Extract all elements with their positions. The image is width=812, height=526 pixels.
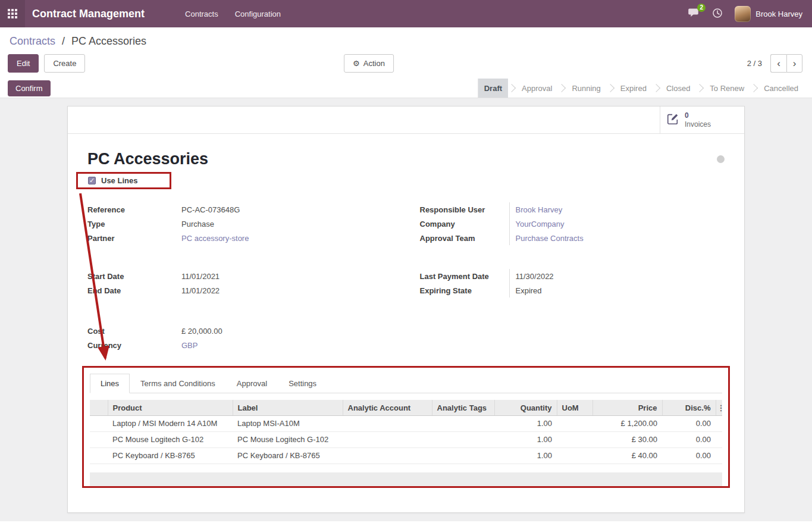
- field-group-dates: Start Date 11/01/2021 End Date 11/01/202…: [87, 269, 725, 298]
- field-end-date: End Date 11/01/2022: [87, 283, 393, 298]
- field-group-main: Reference PC-AC-073648G Type Purchase Pa…: [87, 202, 725, 245]
- pencil-square-icon: [666, 112, 679, 127]
- tab-approval[interactable]: Approval: [226, 374, 278, 393]
- col-analytic-account-header[interactable]: Analytic Account: [343, 400, 432, 415]
- tab-terms-and-conditions[interactable]: Terms and Conditions: [130, 374, 226, 393]
- field-last-payment-date: Last Payment Date 11/30/2022: [420, 269, 725, 283]
- create-button[interactable]: Create: [44, 54, 85, 73]
- field-expiring-state: Expiring State Expired: [420, 283, 725, 298]
- status-cancelled[interactable]: Cancelled: [758, 79, 804, 98]
- page-bottom-strip: [0, 521, 812, 526]
- status-to-renew[interactable]: To Renew: [704, 79, 750, 98]
- field-type: Type Purchase: [87, 217, 393, 231]
- tab-settings[interactable]: Settings: [278, 374, 327, 393]
- row-handle-header: [90, 400, 108, 415]
- form-sheet: 0 Invoices PC Accessories ✓ Use Lines: [67, 106, 745, 513]
- gear-icon: ⚙: [353, 59, 360, 68]
- statusbar-row: Confirm Draft Approval Running Expired C…: [0, 79, 812, 98]
- content-area: 0 Invoices PC Accessories ✓ Use Lines: [0, 98, 812, 521]
- field-value-company[interactable]: YourCompany: [516, 220, 565, 228]
- use-lines-checkbox[interactable]: ✓: [88, 177, 96, 184]
- breadcrumb-contracts[interactable]: Contracts: [10, 35, 55, 47]
- table-row[interactable]: Laptop / MSI Modern 14 A10M Laptop MSI-A…: [90, 415, 722, 431]
- table-row[interactable]: PC Keyboard / KB-8765 PC Keyboard / KB-8…: [90, 447, 722, 464]
- status-running[interactable]: Running: [566, 79, 606, 98]
- pager: 2 / 3 ‹ ›: [747, 54, 802, 73]
- main-menu-bar: Contracts Configuration: [178, 1, 288, 27]
- status-expired[interactable]: Expired: [615, 79, 653, 98]
- chevron-right-icon: ›: [793, 58, 797, 68]
- app-title: Contract Management: [32, 8, 145, 20]
- status-arrow-separator: [696, 79, 704, 98]
- edit-button[interactable]: Edit: [8, 54, 39, 73]
- field-value-expiring-state: Expired: [509, 283, 725, 298]
- user-menu[interactable]: Brook Harvey: [735, 6, 802, 22]
- control-panel-buttons: Edit Create: [8, 54, 85, 73]
- field-approval-team: Approval Team Purchase Contracts: [420, 231, 725, 245]
- field-currency: Currency GBP: [87, 338, 393, 352]
- invoices-label: Invoices: [685, 120, 711, 129]
- notebook-tabs: Lines Terms and Conditions Approval Sett…: [90, 374, 722, 393]
- annotation-box-use-lines: ✓ Use Lines: [76, 172, 171, 189]
- field-value-approval-team[interactable]: Purchase Contracts: [516, 234, 584, 243]
- field-value-currency[interactable]: GBP: [181, 341, 197, 350]
- status-arrow-separator: [750, 79, 758, 98]
- field-start-date: Start Date 11/01/2021: [87, 269, 393, 283]
- breadcrumb: Contracts / PC Accessories: [0, 27, 812, 54]
- optional-columns-toggle[interactable]: ⋮: [716, 400, 722, 415]
- menu-configuration[interactable]: Configuration: [228, 1, 288, 27]
- page: Contract Management Contracts Configurat…: [0, 0, 812, 526]
- field-value-end-date: 11/01/2022: [181, 283, 393, 298]
- control-panel: Edit Create ⚙Action 2 / 3 ‹ ›: [0, 54, 812, 79]
- field-value-type: Purchase: [181, 217, 393, 231]
- record-title: PC Accessories: [87, 149, 208, 168]
- user-avatar: [735, 6, 751, 22]
- field-reference: Reference PC-AC-073648G: [87, 202, 393, 217]
- row-handle: [90, 431, 108, 447]
- status-arrow-separator: [558, 79, 566, 98]
- col-disc-header[interactable]: Disc.%: [662, 400, 716, 415]
- status-draft[interactable]: Draft: [478, 79, 508, 98]
- field-value-start-date: 11/01/2021: [181, 269, 393, 283]
- status-arrow-separator: [607, 79, 615, 98]
- field-value-partner[interactable]: PC accessory-store: [181, 234, 249, 243]
- pager-previous-button[interactable]: ‹: [770, 54, 786, 73]
- table-footer-strip: [90, 472, 722, 486]
- apps-menu-button[interactable]: [0, 0, 25, 27]
- activities-button[interactable]: [712, 8, 723, 20]
- field-value-cost: £ 20,000.00: [181, 324, 393, 338]
- field-value-last-payment-date: 11/30/2022: [509, 269, 725, 283]
- row-handle: [90, 415, 108, 431]
- user-name: Brook Harvey: [755, 10, 802, 18]
- menu-contracts[interactable]: Contracts: [178, 1, 225, 27]
- status-closed[interactable]: Closed: [660, 79, 696, 98]
- col-price-header[interactable]: Price: [592, 400, 662, 415]
- col-product-header[interactable]: Product: [108, 400, 233, 415]
- chevron-left-icon: ‹: [777, 58, 780, 68]
- table-row[interactable]: PC Mouse Logitech G-102 PC Mouse Logitec…: [90, 431, 722, 447]
- status-arrow-separator: [653, 79, 660, 98]
- pager-next-button[interactable]: ›: [786, 54, 802, 73]
- messages-button[interactable]: 2: [688, 8, 700, 20]
- use-lines-label: Use Lines: [101, 176, 137, 185]
- action-button[interactable]: ⚙Action: [344, 54, 394, 73]
- field-value-reference: PC-AC-073648G: [181, 202, 393, 217]
- row-handle: [90, 447, 108, 464]
- kanban-state-dot: [717, 155, 725, 163]
- top-navbar: Contract Management Contracts Configurat…: [0, 0, 812, 27]
- statusbar: Draft Approval Running Expired Closed To…: [478, 79, 812, 98]
- confirm-button[interactable]: Confirm: [8, 80, 51, 96]
- lines-table: Product Label Analytic Account Analytic …: [90, 400, 722, 464]
- pager-value[interactable]: 2 / 3: [747, 59, 762, 68]
- status-approval[interactable]: Approval: [516, 79, 558, 98]
- col-quantity-header[interactable]: Quantity: [494, 400, 557, 415]
- field-value-responsible-user[interactable]: Brook Harvey: [516, 205, 563, 214]
- messages-badge: 2: [697, 4, 706, 12]
- button-box: 0 Invoices: [68, 107, 744, 134]
- col-uom-header[interactable]: UoM: [557, 400, 592, 415]
- field-company: Company YourCompany: [420, 217, 725, 231]
- tab-lines[interactable]: Lines: [90, 374, 130, 393]
- col-analytic-tags-header[interactable]: Analytic Tags: [432, 400, 494, 415]
- invoices-stat-button[interactable]: 0 Invoices: [660, 107, 744, 133]
- col-label-header[interactable]: Label: [233, 400, 343, 415]
